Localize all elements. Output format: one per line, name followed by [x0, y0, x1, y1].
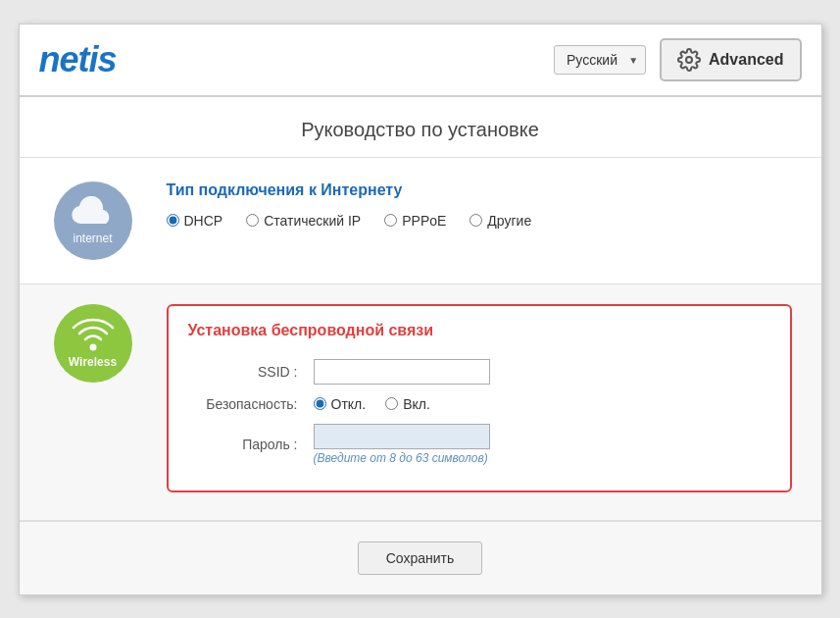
- internet-section-body: Тип подключения к Интернету DHCP Статиче…: [167, 181, 792, 229]
- svg-point-1: [89, 343, 96, 350]
- password-input[interactable]: [314, 424, 490, 449]
- radio-label-static: Статический IP: [264, 213, 361, 229]
- footer: Сохранить: [20, 521, 821, 594]
- main-container: netis Русский English ▼ Advanced Руковод…: [19, 24, 822, 595]
- svg-point-0: [686, 57, 692, 63]
- internet-circle-label: internet: [73, 232, 112, 245]
- wireless-circle-label: Wireless: [69, 355, 117, 369]
- password-field-cell: (Введите от 8 до 63 символов): [306, 418, 770, 471]
- password-label: Пароль :: [188, 418, 306, 471]
- internet-icon-container: internet: [49, 181, 137, 260]
- ssid-row: SSID :: [188, 353, 770, 390]
- radio-other[interactable]: Другие: [469, 213, 531, 229]
- radio-label-pppoe: PPPoE: [402, 213, 446, 229]
- security-row: Безопасность: Откл. Вкл.: [188, 390, 770, 418]
- radio-input-dhcp[interactable]: [167, 214, 179, 227]
- wifi-icon: [72, 318, 115, 353]
- security-radio-group: Откл. Вкл.: [314, 396, 763, 412]
- header: netis Русский English ▼ Advanced: [20, 25, 821, 97]
- header-right: Русский English ▼ Advanced: [554, 38, 801, 81]
- wireless-settings-box: Установка беспроводной связи SSID : Безо…: [167, 304, 792, 492]
- radio-input-static[interactable]: [246, 214, 259, 227]
- internet-heading: Тип подключения к Интернету: [167, 181, 792, 199]
- language-select[interactable]: Русский English: [554, 45, 646, 75]
- security-label: Безопасность:: [188, 390, 306, 418]
- wireless-circle: Wireless: [54, 304, 132, 383]
- gear-icon: [677, 48, 701, 72]
- content-area: internet Тип подключения к Интернету DHC…: [20, 158, 821, 521]
- connection-type-radio-group: DHCP Статический IP PPPoE Другие: [167, 213, 792, 229]
- security-on-label: Вкл.: [403, 396, 430, 412]
- security-on-radio[interactable]: Вкл.: [385, 396, 430, 412]
- page-title: Руководство по установке: [20, 97, 821, 158]
- advanced-button[interactable]: Advanced: [660, 38, 801, 81]
- ssid-input[interactable]: [314, 359, 490, 385]
- radio-label-dhcp: DHCP: [184, 213, 223, 229]
- password-hint: (Введите от 8 до 63 символов): [314, 451, 488, 465]
- internet-section: internet Тип подключения к Интернету DHC…: [20, 158, 821, 284]
- security-off-radio[interactable]: Откл.: [314, 396, 367, 412]
- wireless-section: Wireless Установка беспроводной связи SS…: [20, 284, 821, 521]
- wireless-section-body: Установка беспроводной связи SSID : Безо…: [167, 304, 792, 492]
- radio-dhcp[interactable]: DHCP: [167, 213, 223, 229]
- radio-label-other: Другие: [487, 213, 531, 229]
- password-row: Пароль : (Введите от 8 до 63 символов): [188, 418, 770, 471]
- radio-input-other[interactable]: [469, 214, 482, 227]
- save-button[interactable]: Сохранить: [358, 541, 483, 575]
- internet-circle: internet: [54, 181, 132, 260]
- advanced-label: Advanced: [709, 51, 783, 69]
- logo: netis: [39, 39, 117, 80]
- radio-pppoe[interactable]: PPPoE: [384, 213, 446, 229]
- radio-input-pppoe[interactable]: [384, 214, 397, 227]
- language-selector-wrapper[interactable]: Русский English ▼: [554, 45, 646, 75]
- radio-static-ip[interactable]: Статический IP: [246, 213, 361, 229]
- security-off-label: Откл.: [331, 396, 367, 412]
- wireless-icon-container: Wireless: [49, 304, 137, 383]
- cloud-icon: [71, 196, 116, 230]
- security-off-input[interactable]: [314, 397, 326, 410]
- ssid-field-cell: [306, 353, 770, 390]
- security-on-input[interactable]: [385, 397, 398, 410]
- security-field-cell: Откл. Вкл.: [306, 390, 770, 418]
- wireless-form-table: SSID : Безопасность:: [188, 353, 770, 471]
- wireless-heading: Установка беспроводной связи: [188, 322, 770, 339]
- ssid-label: SSID :: [188, 353, 306, 390]
